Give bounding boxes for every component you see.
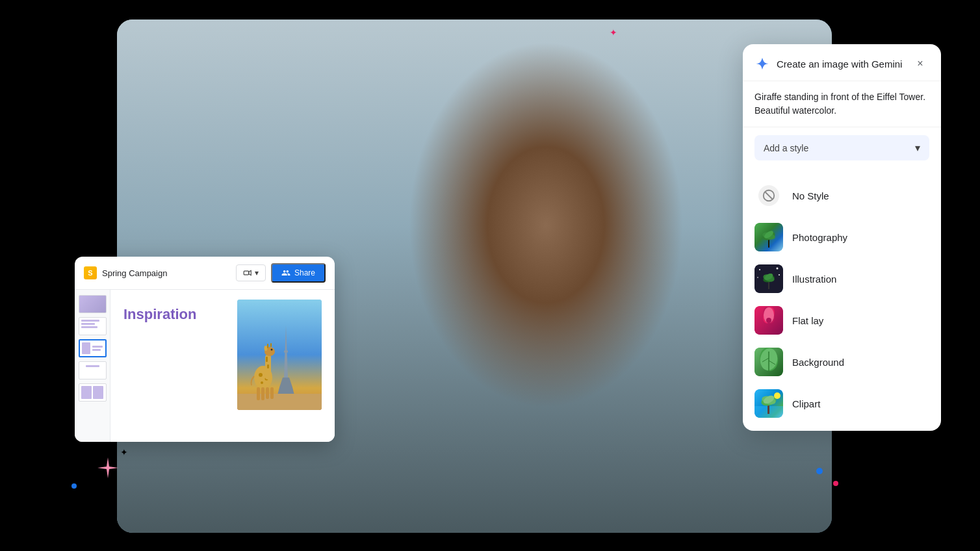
clipart-image — [754, 389, 783, 418]
slide-thumb-2[interactable] — [79, 317, 107, 335]
gemini-title: Create an image with Gemini — [777, 58, 902, 70]
style-dropdown-label: Add a style — [764, 143, 808, 153]
style-item-background[interactable]: Background — [743, 341, 941, 383]
style-item-clipart[interactable]: Clipart — [743, 383, 941, 424]
style-item-label-no-style: No Style — [792, 190, 829, 201]
svg-point-9 — [259, 373, 263, 377]
svg-rect-19 — [270, 343, 272, 347]
svg-rect-14 — [267, 365, 269, 368]
gemini-panel: Create an image with Gemini × Giraffe st… — [743, 44, 941, 431]
share-btn-label: Share — [294, 268, 315, 277]
gemini-header-left: Create an image with Gemini — [754, 56, 902, 71]
style-item-label-background: Background — [792, 357, 844, 368]
slide-thumb-5[interactable] — [79, 383, 107, 402]
gemini-header: Create an image with Gemini × — [743, 44, 941, 81]
svg-point-39 — [757, 277, 758, 278]
slides-header: S Spring Campaign ▾ Share — [75, 257, 335, 290]
slides-sidebar — [75, 290, 110, 442]
svg-point-36 — [759, 269, 760, 270]
style-dropdown-button[interactable]: Add a style ▾ — [754, 135, 929, 160]
sparkle-yellow-top: ✦ — [79, 444, 89, 459]
svg-rect-22 — [266, 387, 269, 399]
slide-thumb-3[interactable] — [79, 339, 107, 357]
svg-rect-21 — [261, 387, 264, 400]
style-list: No Style — [743, 171, 941, 431]
close-button[interactable]: × — [911, 55, 929, 73]
clipart-icon — [754, 389, 783, 418]
slides-title: Spring Campaign — [102, 268, 231, 278]
gemini-prompt-text: Giraffe standing in front of the Eiffel … — [754, 90, 929, 118]
svg-point-38 — [779, 274, 780, 276]
style-item-flat-lay[interactable]: Flat lay — [743, 300, 941, 341]
slides-controls: ▾ Share — [236, 263, 326, 283]
slide-image-area — [237, 300, 322, 410]
gemini-prompt-area: Giraffe standing in front of the Eiffel … — [743, 81, 941, 127]
gemini-icon — [754, 56, 770, 71]
slides-logo: S — [84, 266, 97, 279]
video-button[interactable]: ▾ — [236, 264, 266, 281]
slides-panel: S Spring Campaign ▾ Share — [75, 257, 335, 442]
no-style-circle — [758, 185, 779, 206]
sparkle-pink-dot-right — [833, 481, 838, 486]
svg-point-11 — [261, 381, 263, 384]
svg-point-16 — [271, 349, 273, 351]
flatlay-image — [754, 306, 783, 335]
slides-body: Inspiration — [75, 290, 335, 442]
illustration-icon — [754, 264, 783, 293]
svg-rect-18 — [267, 344, 268, 348]
svg-rect-13 — [266, 357, 268, 362]
svg-point-57 — [774, 392, 780, 399]
slide-thumb-1[interactable] — [79, 295, 107, 313]
svg-rect-20 — [257, 387, 260, 400]
style-item-label-illustration: Illustration — [792, 274, 836, 285]
photography-image — [754, 223, 783, 251]
svg-point-37 — [777, 268, 779, 270]
svg-point-17 — [264, 346, 268, 351]
svg-line-25 — [766, 192, 773, 199]
slides-main: Inspiration — [110, 290, 335, 442]
flat-lay-icon — [754, 306, 783, 335]
style-item-no-style[interactable]: No Style — [743, 175, 941, 216]
background-image — [754, 348, 783, 376]
slide-text-area: Inspiration — [123, 300, 227, 323]
no-style-icon — [754, 181, 783, 210]
sparkle-blue-dot-left — [71, 483, 77, 489]
style-item-photography[interactable]: Photography — [743, 216, 941, 258]
illustration-image — [754, 264, 783, 293]
style-item-label-flat-lay: Flat lay — [792, 315, 823, 326]
svg-point-44 — [766, 318, 771, 323]
slide-thumb-4[interactable] — [79, 361, 107, 379]
svg-rect-0 — [244, 271, 249, 275]
svg-rect-7 — [237, 394, 322, 410]
style-dropdown-arrow: ▾ — [915, 142, 920, 154]
slide-inspiration-text: Inspiration — [123, 306, 227, 323]
style-item-illustration[interactable]: Illustration — [743, 258, 941, 300]
share-button[interactable]: Share — [271, 263, 326, 283]
style-item-label-photography: Photography — [792, 232, 847, 243]
photography-icon — [754, 223, 783, 251]
style-item-label-clipart: Clipart — [792, 398, 820, 409]
background-icon — [754, 348, 783, 376]
svg-rect-23 — [270, 387, 274, 399]
video-btn-dropdown: ▾ — [255, 268, 259, 277]
sparkle-pink-star — [96, 456, 120, 480]
